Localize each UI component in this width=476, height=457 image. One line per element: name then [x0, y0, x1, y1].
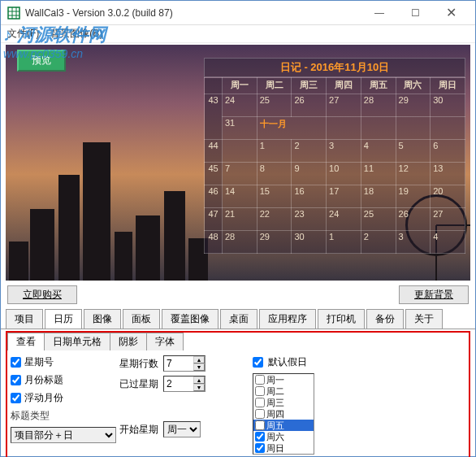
tab-printer[interactable]: 打印机	[318, 309, 365, 329]
highlighted-panel: 查看 日期单元格 阴影 字体 星期号 月份标题 浮动月份 标题类型 项目部分＋日…	[6, 331, 470, 457]
start-week-label: 开始星期	[119, 423, 158, 437]
tab-about[interactable]: 关于	[405, 309, 443, 329]
tab-desktop[interactable]: 桌面	[220, 309, 257, 329]
week-rows-input[interactable]	[164, 357, 193, 370]
main-tabstrip: 项目 日历 图像 面板 覆盖图像 桌面 应用程序 打印机 备份 关于	[1, 307, 475, 329]
menubar: 文件(F) 背景图像(B)	[1, 25, 475, 43]
checkbox-float-month[interactable]: 浮动月份	[11, 391, 116, 405]
list-item: 周日	[253, 442, 314, 454]
week-rows-spinner[interactable]: ▲▼	[163, 355, 206, 372]
list-item: 周四	[253, 408, 314, 420]
list-item: 周六	[253, 431, 314, 442]
list-item: 周五	[253, 420, 314, 431]
calendar-row: 31十一月	[205, 117, 465, 140]
spin-up-icon[interactable]: ▲	[193, 356, 205, 363]
preview-area: 预览 日记 - 2016年11月10日 周一 周二 周三 周四 周五 周六 周日…	[6, 45, 470, 281]
checkbox-month-title[interactable]: 月份标题	[11, 373, 116, 387]
tab-overlay[interactable]: 覆盖图像	[162, 309, 219, 329]
titlebar: WallCal3 - Version 3.0.2 (build 87) — ☐ …	[1, 1, 475, 25]
menu-file[interactable]: 文件(F)	[7, 27, 39, 41]
calendar-title: 日记 - 2016年11月10日	[204, 58, 465, 77]
list-item: 周三	[253, 397, 314, 408]
past-weeks-label: 已过星期	[119, 377, 158, 391]
buy-button[interactable]: 立即购买	[7, 285, 77, 304]
settings-panel: 星期号 月份标题 浮动月份 标题类型 项目部分＋日 星期行数 ▲▼ 已过星期	[7, 350, 469, 457]
tab-panel[interactable]: 面板	[123, 309, 160, 329]
update-background-button[interactable]: 更新背景	[399, 285, 469, 304]
calendar-row: 44 123456	[205, 140, 465, 163]
minimize-button[interactable]: —	[361, 2, 397, 24]
menu-bgimage[interactable]: 背景图像(B)	[50, 27, 102, 41]
close-button[interactable]: ✕	[433, 2, 469, 24]
main-window: WallCal3 - Version 3.0.2 (build 87) — ☐ …	[0, 0, 476, 457]
default-holiday-checkbox[interactable]	[253, 357, 263, 368]
svg-rect-0	[8, 7, 19, 19]
tab-image[interactable]: 图像	[84, 309, 121, 329]
calendar-row: 47 21222324252627	[205, 208, 465, 231]
tab-app[interactable]: 应用程序	[259, 309, 316, 329]
month-label: 十一月	[257, 117, 326, 140]
button-bar: 立即购买 更新背景	[1, 282, 475, 307]
list-item: 周二	[253, 385, 314, 397]
week-rows-label: 星期行数	[119, 357, 158, 371]
preview-button[interactable]: 预览	[17, 50, 66, 72]
calendar-header-row: 周一 周二 周三 周四 周五 周六 周日	[205, 78, 465, 94]
subtab-datecell[interactable]: 日期单元格	[44, 333, 110, 350]
calendar-row: 46 14151617181920	[205, 185, 465, 208]
tab-backup[interactable]: 备份	[366, 309, 404, 329]
calendar-row: 45 78910111213	[205, 163, 465, 185]
maximize-button[interactable]: ☐	[397, 2, 433, 24]
calendar-table: 周一 周二 周三 周四 周五 周六 周日 43 24252627282930 3…	[204, 77, 465, 254]
window-title: WallCal3 - Version 3.0.2 (build 87)	[25, 7, 361, 19]
list-item: 周一	[253, 374, 314, 385]
title-type-select[interactable]: 项目部分＋日	[11, 427, 116, 443]
default-holiday-label: 默认假日	[268, 355, 307, 369]
spin-down-icon[interactable]: ▼	[193, 384, 205, 391]
subtab-view[interactable]: 查看	[7, 333, 45, 350]
start-week-select[interactable]: 周一	[163, 421, 201, 437]
past-weeks-input[interactable]	[164, 377, 193, 390]
day-listbox[interactable]: 周一 周二 周三 周四 周五 周六 周日	[253, 373, 314, 455]
sub-tabstrip: 查看 日期单元格 阴影 字体	[7, 333, 469, 350]
calendar: 日记 - 2016年11月10日 周一 周二 周三 周四 周五 周六 周日 43…	[204, 58, 465, 254]
spin-down-icon[interactable]: ▼	[193, 363, 205, 371]
subtab-font[interactable]: 字体	[146, 333, 184, 350]
past-weeks-spinner[interactable]: ▲▼	[163, 376, 206, 392]
calendar-row: 48 2829301234	[205, 231, 465, 254]
title-type-label: 标题类型	[11, 409, 116, 423]
tab-project[interactable]: 项目	[6, 309, 43, 329]
subtab-shadow[interactable]: 阴影	[110, 333, 147, 350]
tab-calendar[interactable]: 日历	[45, 309, 82, 329]
checkbox-week-number[interactable]: 星期号	[11, 355, 116, 369]
spin-up-icon[interactable]: ▲	[193, 376, 205, 384]
calendar-row: 43 24252627282930	[205, 94, 465, 117]
app-icon	[7, 7, 20, 20]
